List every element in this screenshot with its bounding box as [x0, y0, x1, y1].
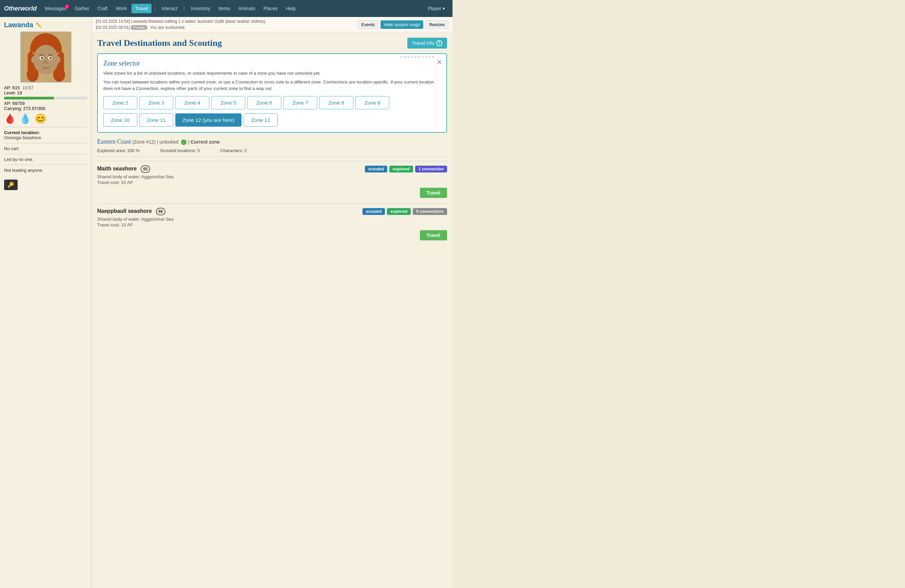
nav-work[interactable]: Work	[113, 4, 130, 13]
zone-3-button[interactable]: Zone 3	[139, 96, 173, 109]
zone-selector-title: Zone selector	[103, 59, 441, 67]
zone-12-button[interactable]: Zone 12 (you are here)	[175, 113, 241, 127]
divider-2	[4, 143, 87, 143]
travel-button-maith[interactable]: Travel	[420, 188, 447, 198]
sidebar-stats: AP: 615 10:57 Level: 19 XP: 69759 Carryi…	[4, 85, 87, 124]
system-message: [01.03.2025 14:54] Lawanda finished craf…	[96, 19, 358, 24]
svg-point-10	[49, 57, 51, 59]
restore-button[interactable]: Restore	[426, 21, 448, 29]
zone-4-button[interactable]: Zone 4	[175, 96, 209, 109]
ap-value: AP: 615	[4, 85, 20, 90]
leading-section: Not leading anyone.	[4, 168, 87, 173]
divider-3	[4, 154, 87, 154]
brand-logo: Otherworld	[4, 5, 37, 12]
location-badges-maith: scouted explored 1 connection	[365, 166, 447, 173]
nav-separator2: |	[182, 6, 186, 11]
nav-places[interactable]: Places	[260, 4, 281, 13]
location-name-naeppbaull: Naeppbaull seashore	[97, 208, 152, 214]
scouted-badge-naeppbaull: scouted	[362, 208, 385, 215]
mood-icon: 😊	[35, 113, 46, 124]
zone-selector: ✕ Zone selector View zones for a list of…	[97, 53, 447, 133]
nav-gather[interactable]: Gather	[71, 4, 93, 13]
nav-craft[interactable]: Craft	[94, 4, 111, 13]
zone-11-button[interactable]: Zone 11	[139, 113, 173, 127]
player-name: Lawanda	[4, 21, 33, 29]
avatar	[21, 32, 71, 82]
zone-unlocked: | unlocked	[157, 139, 180, 144]
divider-1	[4, 127, 87, 127]
travel-row-maith: Travel	[97, 188, 447, 201]
travel-header: Travel Destinations and Scouting Travel …	[97, 38, 447, 49]
topbar-buttons: Events Hide system msgs Restore	[358, 21, 448, 29]
zone-grid-row1: Zone 2 Zone 3 Zone 4 Zone 5 Zone 6 Zone …	[103, 96, 441, 109]
zone-close-button[interactable]: ✕	[437, 58, 442, 66]
zone-7-button[interactable]: Zone 7	[283, 96, 317, 109]
xp-value: XP: 69759	[4, 101, 87, 106]
connection-badge-naeppbaull: 0 connections	[413, 208, 447, 215]
events-button[interactable]: Events	[358, 21, 379, 29]
location-label: Current location:	[4, 130, 40, 135]
travel-info-label: Travel info	[412, 40, 434, 46]
level-value: Level: 19	[4, 90, 87, 95]
navbar: Otherworld Messages 0 Gather Craft Work …	[0, 0, 452, 17]
scouted-badge-maith: scouted	[365, 166, 387, 173]
nav-items[interactable]: Items	[215, 4, 233, 13]
location-num-naeppbaull: 66	[156, 208, 165, 215]
nav-messages[interactable]: Messages 0	[41, 4, 70, 13]
svg-point-13	[56, 56, 60, 63]
location-card-naeppbaull: Naeppbaull seashore 66 scouted explored …	[97, 203, 447, 244]
stat-icons: 🩸 💧 😊	[4, 113, 87, 124]
location-value: Oomega Seashore	[4, 135, 41, 140]
location-name-area-maith: Maith seashore 65	[97, 165, 150, 173]
location-name-maith: Maith seashore	[97, 166, 137, 171]
nav-interact[interactable]: Interact	[158, 4, 181, 13]
zone-5-button[interactable]: Zone 5	[211, 96, 245, 109]
location-section: Current location: Oomega Seashore	[4, 130, 87, 140]
location-card-maith: Maith seashore 65 scouted explored 1 con…	[97, 161, 447, 202]
travel-info-button[interactable]: Travel info ?	[407, 38, 447, 49]
player-name-area: Lawanda ✏️	[4, 21, 87, 29]
carrying-value: Carrying: 273.97/300	[4, 106, 87, 111]
svg-point-9	[41, 57, 43, 59]
unlocked-checkmark-icon: ✓	[181, 139, 186, 145]
zone-2-button[interactable]: Zone 2	[103, 96, 137, 109]
explored-area: Explored area: 100 %	[97, 148, 140, 153]
zone-6-button[interactable]: Zone 6	[247, 96, 281, 109]
explored-badge-maith: explored	[389, 166, 413, 173]
hide-system-msgs-button[interactable]: Hide system msgs	[381, 21, 423, 29]
location-num-maith: 65	[141, 165, 150, 173]
edit-name-icon[interactable]: ✏️	[36, 22, 42, 28]
lock-button[interactable]: 🔑	[4, 179, 17, 190]
divider-4	[4, 165, 87, 165]
nav-player[interactable]: Player ▾	[424, 4, 448, 13]
svg-point-11	[31, 56, 35, 63]
zone-desc-2: You can travel between locations within …	[103, 79, 441, 92]
explored-badge-naeppbaull: explored	[387, 208, 411, 215]
nav-animals[interactable]: Animals	[235, 4, 259, 13]
health-icon: 🩸	[4, 113, 16, 124]
nav-inventory[interactable]: Inventory	[187, 4, 214, 13]
private-text: You are sunburned.	[150, 25, 186, 30]
zone-8-button[interactable]: Zone 8	[319, 96, 353, 109]
zone-current: | Current zone	[188, 139, 220, 144]
zone-num: (Zone #12)	[132, 139, 156, 144]
led-by-section: Led by no one.	[4, 157, 87, 162]
zone-name: Eastern Coast	[97, 138, 131, 145]
nav-travel[interactable]: Travel	[132, 4, 151, 13]
zone-13-button[interactable]: Zone 13	[244, 113, 278, 127]
water-icon: 💧	[19, 113, 31, 124]
travel-button-naeppbaull[interactable]: Travel	[420, 230, 447, 240]
private-timestamp: [02.03.2025 00:01]	[96, 25, 130, 30]
private-badge: Private	[131, 25, 147, 30]
xp-bar	[4, 97, 54, 100]
shared-water-maith: Shared body of water: Aggposshai Sea	[97, 174, 447, 179]
nav-help[interactable]: Help	[282, 4, 299, 13]
travel-row-naeppbaull: Travel	[97, 230, 447, 243]
private-message-row: [02.03.2025 00:01] Private You are sunbu…	[96, 25, 358, 30]
xp-bar-wrap	[4, 97, 87, 100]
travel-cost-maith: Travel cost: 10 AP	[97, 180, 447, 185]
zone-grid-row2: Zone 10 Zone 11 Zone 12 (you are here) Z…	[103, 113, 441, 127]
zone-9-button[interactable]: Zone 9	[355, 96, 389, 109]
cart-section: No cart.	[4, 146, 87, 151]
zone-10-button[interactable]: Zone 10	[103, 113, 137, 127]
